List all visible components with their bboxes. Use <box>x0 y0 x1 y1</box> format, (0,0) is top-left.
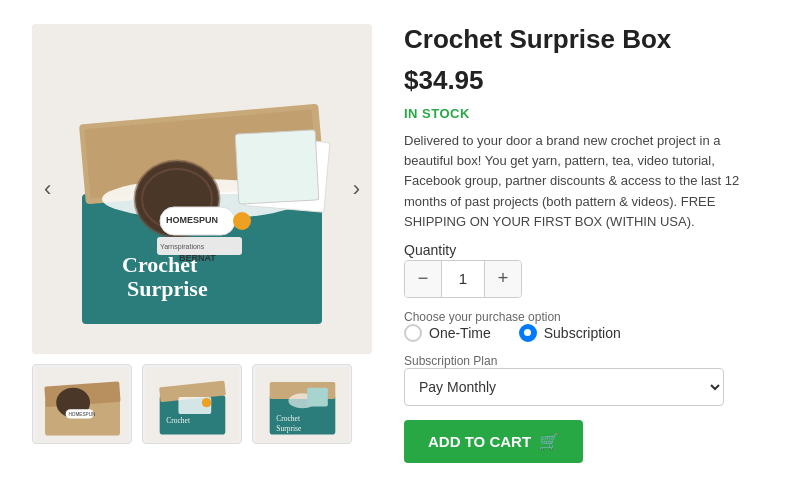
option-one-time[interactable]: One-Time <box>404 324 491 342</box>
option-one-time-label: One-Time <box>429 325 491 341</box>
thumbnail-1[interactable]: HOMESPUN <box>32 364 132 444</box>
subscription-plan-label: Subscription Plan <box>404 354 768 368</box>
quantity-increase-button[interactable]: + <box>485 261 521 297</box>
quantity-section: Quantity − 1 + <box>404 242 768 298</box>
svg-text:HOMESPUN: HOMESPUN <box>166 215 218 225</box>
product-description: Delivered to your door a brand new croch… <box>404 131 768 232</box>
image-section: ‹ Crochet Surprise <box>32 24 372 480</box>
quantity-decrease-button[interactable]: − <box>405 261 441 297</box>
svg-text:Surprise: Surprise <box>127 276 208 301</box>
product-section: Crochet Surprise Box $34.95 IN STOCK Del… <box>404 24 768 480</box>
radio-subscription <box>519 324 537 342</box>
svg-text:Surprise: Surprise <box>276 423 302 432</box>
svg-text:Yarnspirations: Yarnspirations <box>160 243 205 251</box>
page-container: ‹ Crochet Surprise <box>0 0 800 504</box>
thumbnail-2[interactable]: Crochet <box>142 364 242 444</box>
purchase-options: One-Time Subscription <box>404 324 768 342</box>
svg-text:HOMESPUN: HOMESPUN <box>68 411 95 416</box>
cart-icon: 🛒 <box>539 432 559 451</box>
svg-point-12 <box>233 212 251 230</box>
option-subscription[interactable]: Subscription <box>519 324 621 342</box>
purchase-option-label: Choose your purchase option <box>404 310 768 324</box>
thumbnail-3[interactable]: Crochet Surprise <box>252 364 352 444</box>
svg-rect-38 <box>307 387 328 406</box>
add-to-cart-label: ADD TO CART <box>428 433 531 450</box>
thumbnails: HOMESPUN Crochet Crochet Surp <box>32 364 372 444</box>
subscription-plan-section: Subscription Plan Pay Monthly Pay Quarte… <box>404 352 768 406</box>
next-image-button[interactable]: › <box>345 168 368 210</box>
svg-point-31 <box>201 397 210 406</box>
svg-text:Crochet: Crochet <box>276 414 301 423</box>
quantity-value: 1 <box>441 261 485 297</box>
option-subscription-label: Subscription <box>544 325 621 341</box>
product-image: Crochet Surprise HOMESPUN <box>32 24 372 354</box>
radio-one-time <box>404 324 422 342</box>
svg-rect-19 <box>235 130 319 204</box>
purchase-option-section: Choose your purchase option One-Time Sub… <box>404 308 768 342</box>
product-price: $34.95 <box>404 65 768 96</box>
subscription-plan-select[interactable]: Pay Monthly Pay Quarterly Pay Annually <box>404 368 724 406</box>
product-title: Crochet Surprise Box <box>404 24 768 55</box>
add-to-cart-button[interactable]: ADD TO CART 🛒 <box>404 420 583 463</box>
quantity-control: − 1 + <box>404 260 522 298</box>
quantity-label: Quantity <box>404 242 768 258</box>
svg-text:Crochet: Crochet <box>166 416 191 425</box>
stock-status: IN STOCK <box>404 106 768 121</box>
main-image-wrapper: ‹ Crochet Surprise <box>32 24 372 354</box>
svg-text:BERNAT: BERNAT <box>179 253 216 263</box>
prev-image-button[interactable]: ‹ <box>36 168 59 210</box>
